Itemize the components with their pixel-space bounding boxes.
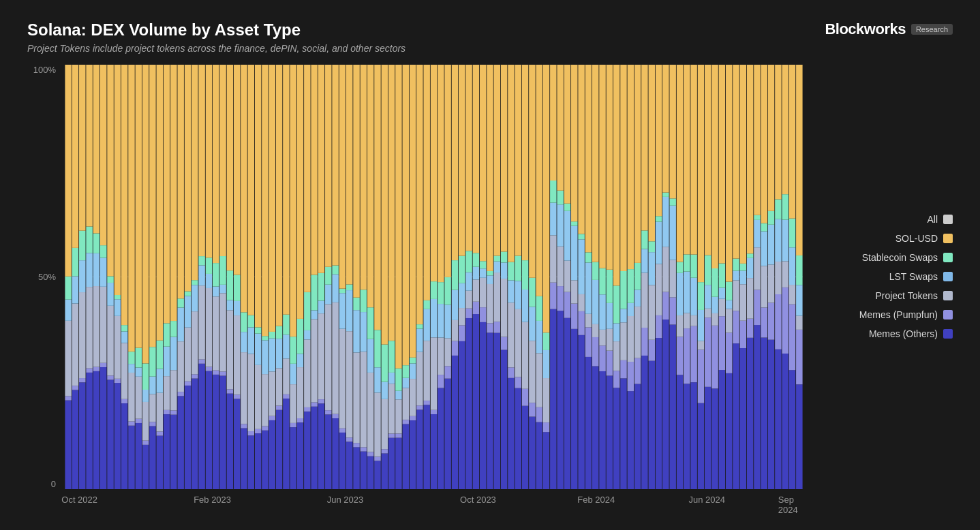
svg-rect-302 — [410, 65, 416, 358]
svg-rect-448 — [585, 327, 592, 356]
svg-rect-200 — [290, 65, 296, 337]
svg-rect-372 — [494, 261, 500, 272]
svg-rect-394 — [522, 389, 528, 406]
legend-label-solusd: SOL-USD — [895, 233, 938, 244]
svg-rect-571 — [726, 281, 732, 300]
svg-rect-49 — [114, 295, 121, 299]
svg-rect-108 — [185, 296, 191, 327]
svg-rect-240 — [339, 293, 346, 328]
svg-rect-272 — [374, 65, 380, 330]
svg-rect-286 — [395, 433, 401, 437]
svg-rect-436 — [571, 303, 577, 328]
x-label-sep24: Sep 2024 — [778, 495, 798, 515]
svg-rect-197 — [290, 384, 296, 423]
svg-rect-348 — [465, 272, 472, 291]
svg-rect-422 — [550, 65, 556, 181]
svg-rect-417 — [550, 309, 556, 489]
svg-rect-137 — [219, 293, 226, 371]
svg-rect-256 — [361, 447, 367, 451]
svg-rect-74 — [142, 65, 149, 363]
svg-rect-555 — [711, 388, 718, 489]
legend-label-memes-others: Memes (Others) — [869, 328, 938, 339]
svg-rect-614 — [775, 65, 781, 200]
svg-rect-41 — [107, 306, 113, 375]
svg-rect-230 — [325, 65, 331, 267]
svg-rect-173 — [262, 374, 268, 426]
svg-rect-418 — [550, 283, 556, 309]
svg-rect-233 — [332, 302, 338, 414]
svg-rect-547 — [698, 282, 704, 310]
svg-rect-133 — [213, 263, 219, 286]
svg-rect-531 — [684, 384, 690, 489]
svg-rect-11 — [72, 303, 78, 386]
svg-rect-183 — [276, 410, 282, 489]
svg-rect-631 — [796, 255, 802, 285]
svg-rect-509 — [656, 264, 662, 315]
svg-rect-495 — [641, 356, 647, 489]
svg-rect-354 — [473, 267, 479, 280]
svg-rect-141 — [227, 393, 233, 489]
svg-rect-284 — [388, 65, 395, 341]
svg-rect-123 — [206, 371, 212, 489]
svg-rect-612 — [775, 219, 781, 262]
svg-rect-242 — [339, 65, 346, 289]
svg-rect-275 — [382, 399, 388, 449]
svg-rect-155 — [241, 352, 247, 424]
svg-rect-158 — [241, 65, 247, 312]
svg-rect-391 — [515, 255, 521, 281]
svg-rect-490 — [634, 358, 641, 384]
svg-rect-569 — [726, 309, 732, 332]
svg-rect-526 — [677, 337, 683, 375]
svg-rect-627 — [796, 384, 802, 489]
svg-rect-387 — [515, 388, 521, 489]
svg-rect-449 — [585, 314, 592, 328]
svg-rect-400 — [529, 403, 535, 416]
svg-rect-170 — [255, 65, 261, 327]
svg-rect-216 — [311, 310, 317, 319]
svg-rect-85 — [156, 341, 162, 369]
svg-rect-241 — [339, 288, 346, 293]
svg-rect-46 — [114, 379, 121, 383]
svg-rect-426 — [557, 204, 563, 247]
svg-rect-447 — [585, 357, 592, 489]
svg-rect-374 — [494, 65, 500, 255]
svg-rect-585 — [747, 338, 753, 489]
svg-rect-132 — [213, 286, 219, 296]
svg-rect-594 — [754, 220, 760, 247]
svg-rect-487 — [628, 269, 634, 303]
svg-rect-598 — [761, 307, 767, 337]
svg-rect-513 — [662, 319, 669, 489]
svg-rect-55 — [121, 325, 127, 331]
svg-rect-318 — [431, 299, 437, 337]
svg-rect-416 — [543, 65, 549, 332]
svg-rect-602 — [761, 65, 767, 223]
svg-rect-174 — [262, 340, 268, 374]
svg-rect-151 — [234, 275, 240, 300]
svg-rect-215 — [311, 319, 317, 402]
svg-rect-383 — [508, 302, 514, 367]
svg-rect-23 — [86, 287, 92, 369]
svg-rect-279 — [388, 437, 395, 489]
svg-rect-89 — [164, 376, 170, 410]
svg-rect-113 — [192, 311, 198, 374]
svg-rect-111 — [192, 378, 198, 489]
svg-rect-69 — [142, 445, 149, 489]
svg-rect-224 — [318, 65, 324, 273]
svg-rect-81 — [156, 435, 162, 489]
y-label-0: 0 — [51, 479, 56, 489]
svg-rect-211 — [304, 292, 310, 330]
svg-rect-94 — [170, 410, 177, 414]
svg-rect-48 — [114, 299, 121, 316]
svg-rect-291 — [402, 424, 408, 489]
svg-rect-562 — [719, 316, 725, 370]
svg-rect-289 — [395, 369, 401, 391]
svg-rect-550 — [705, 317, 711, 387]
svg-rect-82 — [156, 431, 162, 435]
svg-rect-36 — [100, 258, 106, 286]
svg-rect-590 — [747, 65, 753, 253]
svg-rect-199 — [290, 337, 296, 364]
x-label-oct22: Oct 2022 — [61, 495, 97, 505]
svg-rect-238 — [339, 428, 346, 433]
svg-rect-208 — [304, 407, 310, 411]
svg-rect-375 — [501, 349, 507, 489]
